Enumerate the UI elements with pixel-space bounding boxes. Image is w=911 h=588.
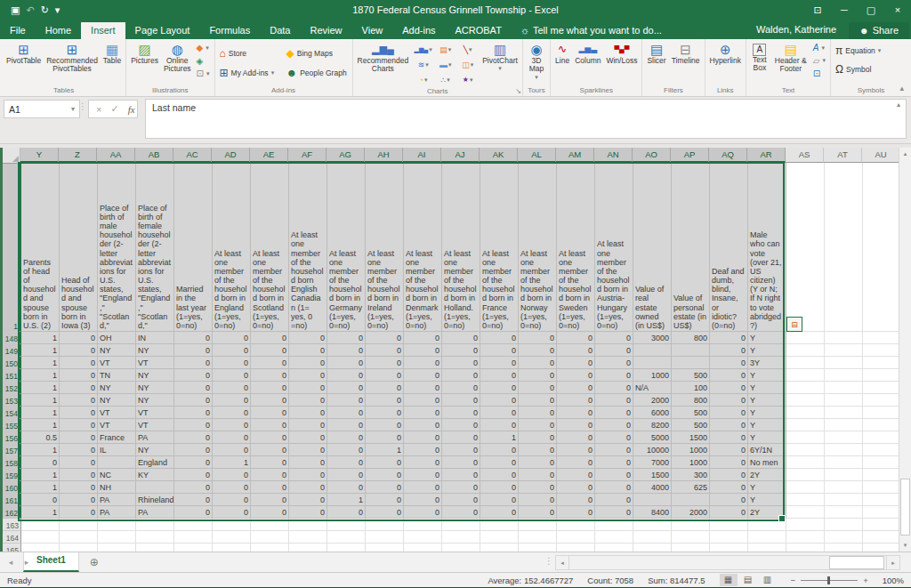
cell-as162[interactable] — [786, 506, 825, 519]
cell-al163[interactable] — [519, 519, 557, 531]
cell-ag165[interactable] — [327, 544, 366, 552]
hyperlink-button[interactable]: ⊕ Hyperlink — [707, 40, 744, 65]
cell-ae151[interactable]: 0 — [251, 369, 289, 382]
cell-ag149[interactable]: 0 — [327, 344, 366, 357]
cell-al158[interactable]: 0 — [519, 456, 557, 469]
cell-y161[interactable]: 0 — [21, 494, 60, 506]
view-normal-icon[interactable]: ▦ — [720, 574, 738, 586]
cell-ah1[interactable]: At least one member of the household bor… — [366, 163, 404, 332]
cell-ac160[interactable]: 0 — [174, 481, 213, 494]
cell-ao154[interactable]: 6000 — [633, 407, 672, 419]
cell-aa165[interactable] — [98, 544, 136, 552]
cell-ar151[interactable]: Y — [748, 369, 786, 382]
cell-ao165[interactable] — [633, 544, 672, 552]
column-header-ai[interactable]: AI — [403, 148, 441, 163]
cell-ap157[interactable]: 1000 — [672, 444, 710, 456]
cell-at156[interactable] — [825, 431, 863, 444]
cell-aq163[interactable] — [710, 519, 748, 531]
cell-aa160[interactable]: NH — [98, 481, 136, 494]
insert-combo-chart-button[interactable]: ◫▾ — [456, 57, 479, 72]
cell-at157[interactable] — [825, 444, 863, 456]
cell-ar159[interactable]: 2Y — [748, 469, 786, 481]
3d-map-button[interactable]: ◉ 3D Map ▾ — [525, 40, 548, 80]
charts-dialog-launcher-icon[interactable]: ↘ — [515, 87, 521, 95]
row-header-159[interactable]: 159 — [3, 469, 21, 481]
cell-ao153[interactable]: 2000 — [633, 394, 672, 407]
cell-ae162[interactable]: 0 — [251, 506, 289, 519]
cell-ad155[interactable]: 0 — [213, 419, 251, 431]
cell-y159[interactable]: 1 — [21, 469, 60, 481]
formula-bar-input[interactable]: Last name — [145, 99, 907, 139]
cell-au156[interactable] — [863, 431, 901, 444]
row-header-160[interactable]: 160 — [3, 481, 21, 494]
cell-ak159[interactable]: 0 — [480, 469, 519, 481]
tab-formulas[interactable]: Formulas — [199, 22, 260, 39]
cell-ah162[interactable]: 0 — [366, 506, 404, 519]
enter-icon[interactable]: ✓ — [110, 103, 118, 115]
cell-as149[interactable] — [786, 344, 825, 357]
cell-ap163[interactable] — [672, 519, 710, 531]
cell-ag153[interactable]: 0 — [327, 394, 366, 407]
cell-aq152[interactable]: 0 — [710, 382, 748, 394]
column-header-ag[interactable]: AG — [327, 148, 365, 163]
cell-as158[interactable] — [786, 456, 825, 469]
cell-ad150[interactable]: 0 — [213, 357, 251, 369]
cell-af159[interactable]: 0 — [289, 469, 327, 481]
column-header-an[interactable]: AN — [594, 148, 633, 163]
cell-aj150[interactable]: 0 — [442, 357, 480, 369]
cell-ag163[interactable] — [327, 519, 366, 531]
cell-af162[interactable]: 0 — [289, 506, 327, 519]
cell-ad149[interactable]: 0 — [213, 344, 251, 357]
cell-ac153[interactable]: 0 — [174, 394, 213, 407]
cell-ah164[interactable] — [366, 531, 404, 544]
cell-at164[interactable] — [825, 531, 863, 544]
cell-ao159[interactable]: 1500 — [633, 469, 672, 481]
sparkline-line-button[interactable]: ∿ Line — [552, 40, 572, 65]
cell-aa157[interactable]: IL — [98, 444, 136, 456]
cell-af148[interactable]: 0 — [289, 332, 327, 344]
cell-an149[interactable]: 0 — [595, 344, 633, 357]
pictures-button[interactable]: ▨ Pictures — [128, 40, 161, 65]
cell-al164[interactable] — [519, 531, 557, 544]
cell-au165[interactable] — [863, 544, 901, 552]
cell-au163[interactable] — [863, 519, 901, 531]
cell-aa153[interactable]: NY — [98, 394, 136, 407]
cell-aa1[interactable]: Place of birth of male householder (2-le… — [98, 163, 136, 332]
cell-at1[interactable] — [825, 163, 863, 332]
cell-ak160[interactable]: 0 — [480, 481, 519, 494]
cell-ar148[interactable]: Y — [748, 332, 786, 344]
cell-z1[interactable]: Head of household and spouse born in Iow… — [60, 163, 98, 332]
cell-aq162[interactable]: 0 — [710, 506, 748, 519]
online-pictures-button[interactable]: ◍ Online Pictures — [161, 40, 194, 74]
column-header-aa[interactable]: AA — [97, 148, 135, 163]
cell-ab162[interactable]: PA — [136, 506, 174, 519]
cell-am151[interactable]: 0 — [557, 369, 595, 382]
row-header-161[interactable]: 161 — [3, 494, 21, 506]
cell-ac159[interactable]: 0 — [174, 469, 213, 481]
cell-ac150[interactable]: 0 — [174, 357, 213, 369]
cell-ai161[interactable]: 0 — [404, 494, 442, 506]
zoom-out-icon[interactable]: − — [791, 576, 796, 585]
cell-ak165[interactable] — [480, 544, 519, 552]
cell-at163[interactable] — [825, 519, 863, 531]
column-header-aj[interactable]: AJ — [441, 148, 480, 163]
cell-an165[interactable] — [595, 544, 633, 552]
column-header-ae[interactable]: AE — [250, 148, 288, 163]
cell-am155[interactable]: 0 — [557, 419, 595, 431]
smartart-button[interactable]: ◈ — [194, 55, 213, 68]
cell-at149[interactable] — [825, 344, 863, 357]
cell-af161[interactable]: 0 — [289, 494, 327, 506]
cell-ai165[interactable] — [404, 544, 442, 552]
cell-am159[interactable]: 0 — [557, 469, 595, 481]
cell-ae1[interactable]: At least one member of the household bor… — [251, 163, 289, 332]
cell-as160[interactable] — [786, 481, 825, 494]
tab-view[interactable]: View — [352, 22, 393, 39]
cell-ad153[interactable]: 0 — [213, 394, 251, 407]
cell-ab149[interactable]: NY — [136, 344, 174, 357]
cell-am1[interactable]: At least one member of the household bor… — [557, 163, 595, 332]
cell-ac1[interactable]: Married in the last year (1=yes, 0=no) — [174, 163, 213, 332]
row-header-155[interactable]: 155 — [3, 419, 21, 431]
cell-at159[interactable] — [825, 469, 863, 481]
cell-au150[interactable] — [863, 357, 901, 369]
cell-ak155[interactable]: 0 — [480, 419, 519, 431]
